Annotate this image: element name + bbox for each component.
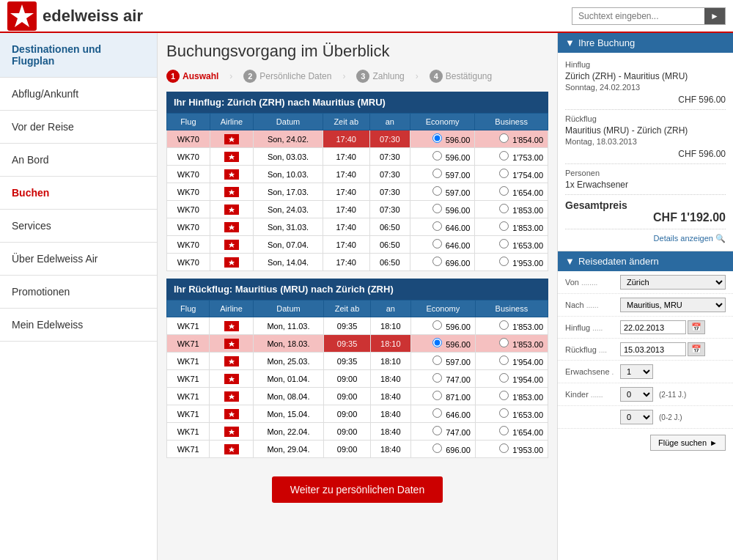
bus-radio[interactable]	[499, 133, 509, 143]
eco-radio[interactable]	[432, 443, 442, 453]
eco-radio[interactable]	[432, 221, 442, 231]
search-input[interactable]	[572, 8, 704, 24]
kinder-select[interactable]: 012	[620, 387, 653, 402]
bus-radio[interactable]	[499, 391, 509, 400]
sidebar-item-an-bord[interactable]: An Bord	[0, 144, 157, 177]
details-link[interactable]: Details anzeigen 🔍	[565, 234, 726, 243]
bus-radio[interactable]	[499, 338, 509, 347]
continue-button[interactable]: Weiter zu persönlichen Daten	[272, 476, 443, 503]
sidebar-item-abflug[interactable]: Abflug/Ankunft	[0, 78, 157, 111]
sidebar-item-promotionen[interactable]: Promotionen	[0, 276, 157, 309]
bus-radio[interactable]	[499, 426, 509, 435]
inbound-row[interactable]: WK71 Mon, 22.04. 09:00 18:40 747.00 1'65…	[167, 423, 548, 441]
rueckflug-date-input[interactable]	[620, 342, 686, 356]
sidebar-item-mein[interactable]: Mein Edelweiss	[0, 309, 157, 342]
eco-radio[interactable]	[432, 257, 442, 266]
bus-price[interactable]: 1'754.00	[475, 166, 548, 183]
eco-price[interactable]: 871.00	[410, 388, 475, 405]
eco-radio[interactable]	[432, 239, 442, 248]
bus-radio[interactable]	[499, 186, 509, 196]
eco-price[interactable]: 596.00	[410, 201, 474, 218]
von-select[interactable]: Zürich	[620, 275, 726, 290]
eco-radio[interactable]	[432, 169, 442, 178]
hinflug-cal-button[interactable]: 📅	[688, 320, 705, 334]
inbound-row[interactable]: WK71 Mon, 29.04. 09:00 18:40 696.00 1'95…	[167, 441, 548, 458]
bus-price[interactable]: 1'853.00	[475, 218, 548, 236]
outbound-row[interactable]: WK70 Son, 17.03. 17:40 07:30 597.00 1'65…	[167, 183, 548, 201]
inbound-row[interactable]: WK71 Mon, 25.03. 09:35 18:10 597.00 1'95…	[167, 353, 548, 370]
bus-price[interactable]: 1'853.00	[475, 335, 548, 353]
eco-radio[interactable]	[432, 338, 442, 347]
sidebar-item-buchen[interactable]: Buchen	[0, 177, 157, 210]
outbound-row[interactable]: WK70 Son, 14.04. 17:40 06:50 696.00 1'95…	[167, 254, 548, 271]
search-box[interactable]: ►	[572, 7, 726, 25]
outbound-row[interactable]: WK70 Son, 03.03. 17:40 07:30 596.00 1'75…	[167, 148, 548, 166]
eco-price[interactable]: 596.00	[410, 130, 474, 148]
bus-price[interactable]: 1'953.00	[475, 441, 548, 458]
eco-price[interactable]: 747.00	[410, 423, 475, 441]
eco-radio[interactable]	[432, 320, 442, 330]
outbound-row[interactable]: WK70 Son, 07.04. 17:40 06:50 646.00 1'65…	[167, 236, 548, 254]
eco-radio[interactable]	[432, 355, 442, 365]
search-flights-button[interactable]: Flüge suchen ►	[650, 435, 726, 451]
sidebar-item-services[interactable]: Services	[0, 210, 157, 243]
bus-radio[interactable]	[499, 355, 509, 365]
eco-radio[interactable]	[432, 151, 442, 161]
eco-price[interactable]: 597.00	[410, 353, 475, 370]
bus-price[interactable]: 1'653.00	[475, 405, 548, 423]
inbound-row[interactable]: WK71 Mon, 15.04. 09:00 18:40 646.00 1'65…	[167, 405, 548, 423]
eco-radio[interactable]	[432, 426, 442, 435]
outbound-row[interactable]: WK70 Son, 24.03. 17:40 07:30 596.00 1'85…	[167, 201, 548, 218]
bus-price[interactable]: 1'853.00	[475, 201, 548, 218]
outbound-row[interactable]: WK70 Son, 31.03. 17:40 06:50 646.00 1'85…	[167, 218, 548, 236]
erwachsene-select[interactable]: 123	[620, 364, 653, 379]
bus-radio[interactable]	[499, 221, 509, 231]
eco-radio[interactable]	[432, 408, 442, 418]
eco-price[interactable]: 646.00	[410, 218, 474, 236]
outbound-row[interactable]: WK70 Son, 10.03. 17:40 07:30 597.00 1'75…	[167, 166, 548, 183]
eco-price[interactable]: 597.00	[410, 183, 474, 201]
nach-select[interactable]: Mauritius, MRU	[620, 298, 726, 312]
eco-price[interactable]: 696.00	[410, 441, 475, 458]
bus-price[interactable]: 1'853.00	[475, 317, 548, 335]
sidebar-item-destinationen[interactable]: Destinationen und Flugplan	[0, 33, 157, 78]
eco-price[interactable]: 596.00	[410, 335, 475, 353]
bus-radio[interactable]	[499, 151, 509, 161]
search-submit-button[interactable]: ►	[704, 8, 725, 24]
inbound-row[interactable]: WK71 Mon, 18.03. 09:35 18:10 596.00 1'85…	[167, 335, 548, 353]
rueckflug-cal-button[interactable]: 📅	[688, 342, 705, 356]
bus-radio[interactable]	[499, 320, 509, 330]
eco-radio[interactable]	[432, 373, 442, 383]
inbound-row[interactable]: WK71 Mon, 11.03. 09:35 18:10 596.00 1'85…	[167, 317, 548, 335]
bus-radio[interactable]	[499, 443, 509, 453]
bus-price[interactable]: 1'753.00	[475, 148, 548, 166]
eco-price[interactable]: 646.00	[410, 236, 474, 254]
eco-radio[interactable]	[432, 204, 442, 213]
bus-radio[interactable]	[499, 257, 509, 266]
sidebar-item-vor-reise[interactable]: Vor der Reise	[0, 111, 157, 144]
eco-radio[interactable]	[432, 391, 442, 400]
bus-price[interactable]: 1'853.00	[475, 388, 548, 405]
eco-radio[interactable]	[432, 133, 442, 143]
bus-price[interactable]: 1'654.00	[475, 423, 548, 441]
bus-radio[interactable]	[499, 239, 509, 248]
eco-radio[interactable]	[432, 186, 442, 196]
bus-price[interactable]: 1'954.00	[475, 353, 548, 370]
bus-price[interactable]: 1'954.00	[475, 370, 548, 388]
eco-price[interactable]: 747.00	[410, 370, 475, 388]
eco-price[interactable]: 696.00	[410, 254, 474, 271]
inbound-row[interactable]: WK71 Mon, 08.04. 09:00 18:40 871.00 1'85…	[167, 388, 548, 405]
bus-radio[interactable]	[499, 373, 509, 383]
bus-radio[interactable]	[499, 169, 509, 178]
bus-price[interactable]: 1'854.00	[475, 130, 548, 148]
bus-price[interactable]: 1'953.00	[475, 254, 548, 271]
hinflug-date-input[interactable]	[620, 320, 686, 334]
bus-radio[interactable]	[499, 408, 509, 418]
inbound-row[interactable]: WK71 Mon, 01.04. 09:00 18:40 747.00 1'95…	[167, 370, 548, 388]
sidebar-item-ueber[interactable]: Über Edelweiss Air	[0, 243, 157, 276]
bus-price[interactable]: 1'654.00	[475, 183, 548, 201]
eco-price[interactable]: 596.00	[410, 317, 475, 335]
eco-price[interactable]: 597.00	[410, 166, 474, 183]
eco-price[interactable]: 596.00	[410, 148, 474, 166]
infants-select[interactable]: 01	[620, 410, 653, 424]
